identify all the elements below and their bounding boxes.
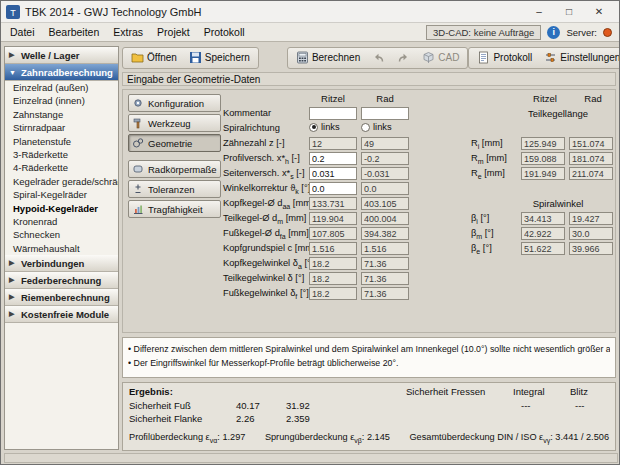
kopfkegelwinkel-label: Kopfkegelwinkel δa [°] — [223, 258, 313, 270]
sicherheit-flanke-ritzel-value: 2.26 — [236, 413, 255, 424]
zaehnezahl-label: Zähnezahl z [-] — [223, 138, 285, 148]
teilkegelwinkel-ritzel-field — [309, 272, 357, 285]
menu-projekt[interactable]: Projekt — [150, 24, 197, 40]
sidebar-item-zahnstange[interactable]: Zahnstange — [5, 108, 118, 121]
r-e-ritzel-field — [521, 167, 565, 180]
beta-e-ritzel-field — [521, 242, 565, 255]
seitenversch-ritzel-input[interactable] — [309, 167, 357, 180]
sicherheit-flanke-label: Sicherheit Flanke — [129, 413, 202, 424]
svg-text:T: T — [10, 8, 16, 18]
kommentar-ritzel-input[interactable] — [309, 107, 357, 120]
save-button[interactable]: Speichern — [184, 49, 255, 67]
redo-button[interactable] — [392, 49, 415, 67]
fusskegelwinkel-rad-field — [361, 287, 409, 300]
blitz-header: Blitz — [570, 386, 588, 397]
sidebar-item-4-raederkette[interactable]: 4-Räderkette — [5, 161, 118, 174]
calculate-button[interactable]: Berechnen — [291, 49, 365, 67]
wheel-body-icon — [132, 163, 144, 175]
sidebar-item-stirnradpaar[interactable]: Stirnradpaar — [5, 121, 118, 134]
menu-extras[interactable]: Extras — [106, 24, 150, 40]
sidebar-item-einzelrad-innen[interactable]: Einzelrad (innen) — [5, 94, 118, 107]
window-title: TBK 2014 - GWJ Technology GmbH — [25, 6, 524, 18]
fusskegelwinkel-ritzel-field — [309, 287, 357, 300]
teilkegel-d-rad-field — [361, 212, 409, 225]
gears-icon — [132, 137, 144, 149]
output-header-ritzel: Ritzel — [521, 93, 569, 104]
minimize-button[interactable]: – — [524, 1, 554, 22]
menu-bearbeiten[interactable]: Bearbeiten — [42, 24, 107, 40]
app-icon: T — [6, 5, 20, 19]
r-i-label: Ri [mm] — [471, 138, 503, 150]
sprungueberdeckung-value: Sprungüberdeckung εvβ: 2.145 — [265, 432, 390, 444]
teilkegelwinkel-rad-field — [361, 272, 409, 285]
close-button[interactable]: ✕ — [584, 1, 614, 22]
cad-cube-icon — [422, 51, 435, 64]
document-icon — [477, 51, 490, 64]
konfiguration-button[interactable]: Konfiguration — [128, 94, 221, 112]
beta-i-rad-field — [569, 212, 613, 225]
sidebar-section-zahnradberechnung[interactable]: ▼Zahnradberechnung — [5, 64, 118, 81]
sidebar-section-welle-lager[interactable]: ▶Welle / Lager — [5, 47, 118, 64]
toleranzen-button[interactable]: Toleranzen — [128, 180, 221, 198]
profilversch-rad-field — [361, 152, 409, 165]
geometrie-button[interactable]: Geometrie — [128, 134, 221, 152]
cad-button[interactable]: CAD — [417, 49, 464, 67]
winkelkorrektur-ritzel-input[interactable] — [309, 182, 357, 195]
zaehnezahl-rad-field — [361, 137, 409, 150]
werkzeug-button[interactable]: Werkzeug — [128, 114, 221, 132]
r-i-ritzel-field — [521, 137, 565, 150]
sidebar-item-hypoid-kegelraeder[interactable]: Hypoid-Kegelräder — [5, 202, 118, 215]
seitenversch-rad-field — [361, 167, 409, 180]
sidebar-item-kronenrad[interactable]: Kronenrad — [5, 215, 118, 228]
bar-chart-icon — [132, 203, 144, 215]
gesamtueberdeckung-value: Gesamtüberdeckung DIN / ISO εvγ: 3.441 /… — [409, 432, 609, 444]
menu-datei[interactable]: Datei — [3, 24, 42, 40]
maximize-button[interactable]: □ — [554, 1, 584, 22]
sidebar-section-federberechnung[interactable]: ▶Federberechnung — [5, 272, 118, 289]
kommentar-rad-input[interactable] — [361, 107, 409, 120]
results-panel: Ergebnis: Sicherheit Fressen Integral Bl… — [122, 382, 616, 451]
sidebar-item-3-raederkette[interactable]: 3-Räderkette — [5, 148, 118, 161]
tragfaehigkeit-button[interactable]: Tragfähigkeit — [128, 200, 221, 218]
protocol-button[interactable]: Protokoll — [472, 49, 537, 67]
spiralrichtung-rad-links-radio[interactable]: links — [361, 122, 392, 132]
undo-button[interactable] — [367, 49, 390, 67]
chevron-right-icon: ▶ — [9, 276, 17, 284]
spiralwinkel-header: Spiralwinkel — [503, 198, 613, 209]
hints-panel: • Differenz zwischen dem mittleren Spira… — [122, 337, 616, 378]
fusskegel-d-ritzel-field — [309, 227, 357, 240]
server-status-led — [603, 28, 612, 37]
sidebar-item-spiral-kegelraeder[interactable]: Spiral-Kegelräder — [5, 188, 118, 201]
sidebar-section-verbindungen[interactable]: ▶Verbindungen — [5, 255, 118, 272]
profilversch-ritzel-input[interactable] — [309, 152, 357, 165]
radkoerpermasse-button[interactable]: Radkörpermaße — [128, 160, 221, 178]
r-m-label: Rm [mm] — [471, 153, 507, 165]
redo-icon — [397, 51, 410, 64]
sidebar-section-riemenberechnung[interactable]: ▶Riemenberechnung — [5, 289, 118, 306]
sidebar-item-einzelrad-aussen[interactable]: Einzelrad (außen) — [5, 81, 118, 94]
column-header-ritzel: Ritzel — [309, 93, 357, 104]
chevron-right-icon: ▶ — [9, 259, 17, 267]
profilueberdeckung-value: Profilüberdeckung εvα: 1.297 — [129, 432, 245, 444]
open-button[interactable]: Öffnen — [126, 49, 182, 67]
r-e-rad-field — [569, 167, 613, 180]
sidebar-section-kostenfreie-module[interactable]: ▶Kostenfreie Module — [5, 306, 118, 323]
sicherheit-fuss-label: Sicherheit Fuß — [129, 400, 191, 411]
menu-protokoll[interactable]: Protokoll — [197, 24, 252, 40]
spiralrichtung-ritzel-links-radio[interactable]: links — [309, 122, 340, 132]
column-header-rad: Rad — [361, 93, 409, 104]
titlebar: T TBK 2014 - GWJ Technology GmbH – □ ✕ — [1, 1, 619, 23]
settings-button[interactable]: Einstellungen — [539, 49, 620, 67]
sidebar-item-kegelraeder-gerade-schraeg[interactable]: Kegelräder gerade/schräg — [5, 175, 118, 188]
kopfkegel-d-label: Kopfkegel-Ø daa [mm] — [223, 198, 313, 210]
kopfgrundspiel-ritzel-field — [309, 242, 357, 255]
info-icon[interactable]: i — [547, 26, 560, 39]
app-window: T TBK 2014 - GWJ Technology GmbH – □ ✕ D… — [0, 0, 620, 465]
sidebar-item-waermehaushalt[interactable]: Wärmehaushalt — [5, 242, 118, 255]
spiralrichtung-label: Spiralrichtung — [223, 123, 280, 133]
sidebar-item-schnecken[interactable]: Schnecken — [5, 228, 118, 241]
zaehnezahl-ritzel-field — [309, 137, 357, 150]
sidebar-item-planetenstufe[interactable]: Planetenstufe — [5, 135, 118, 148]
hammer-icon — [132, 117, 144, 129]
r-i-rad-field — [569, 137, 613, 150]
